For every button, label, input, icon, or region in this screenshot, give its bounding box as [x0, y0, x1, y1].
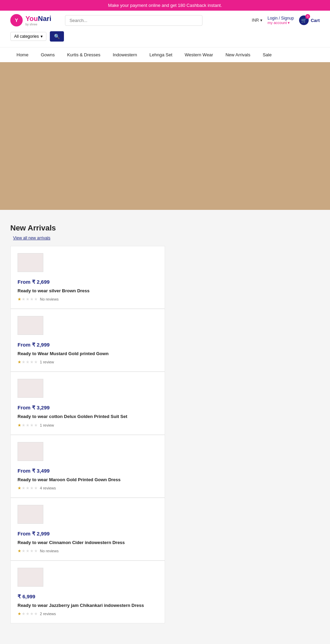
star-1-2: ★ — [26, 360, 30, 364]
empty-col-0 — [165, 246, 320, 309]
nav-item-western-wear[interactable]: Western Wear — [178, 47, 219, 62]
star-3-0: ★ — [18, 486, 21, 490]
cart-icon-wrapper: 🛒 0 — [299, 15, 309, 25]
product-rating-4: ★★★★★No reviews — [18, 549, 158, 553]
product-card-5[interactable]: ₹ 6,999Ready to wear Jazzberry jam Chika… — [10, 561, 165, 623]
login-signup-link[interactable]: Login / Signup — [267, 16, 294, 21]
nav-link-home[interactable]: Home — [10, 47, 35, 62]
nav-link-gowns[interactable]: Gowns — [35, 47, 61, 62]
empty-col-4 — [165, 498, 320, 561]
star-1-0: ★ — [18, 360, 21, 364]
stars-5: ★★★★★ — [18, 611, 38, 616]
product-name-5: Ready to wear Jazzberry jam Chikankari i… — [18, 602, 158, 609]
product-rating-1: ★★★★★1 review — [18, 360, 158, 364]
star-4-3: ★ — [30, 549, 34, 553]
product-price-2: From ₹ 3,299 — [18, 405, 158, 411]
star-4-1: ★ — [22, 549, 25, 553]
star-0-0: ★ — [18, 297, 21, 302]
product-image-2 — [18, 379, 43, 398]
nav-item-sale[interactable]: Sale — [256, 47, 278, 62]
view-all-link[interactable]: View all new arrivals — [10, 236, 51, 240]
empty-col-5 — [165, 561, 320, 623]
product-price-0: From ₹ 2,699 — [18, 279, 158, 285]
product-card-4[interactable]: From ₹ 2,999Ready to wear Cinnamon Cider… — [10, 498, 165, 561]
logo-text: YouNari by shree — [25, 15, 51, 26]
nav-item-new-arrivals[interactable]: New Arrivals — [219, 47, 256, 62]
product-rating-3: ★★★★★4 reviews — [18, 486, 158, 490]
star-0-3: ★ — [30, 297, 34, 302]
nav-item-lehnga-set[interactable]: Lehnga Set — [143, 47, 179, 62]
stars-3: ★★★★★ — [18, 486, 38, 490]
review-count-1: 1 review — [40, 360, 54, 364]
product-name-4: Ready to wear Cinnamon Cider indowestern… — [18, 540, 158, 546]
star-3-3: ★ — [30, 486, 34, 490]
account-chevron-icon: ▾ — [288, 21, 290, 25]
nav-item-kurtis-&-dresses[interactable]: Kurtis & Dresses — [61, 47, 107, 62]
star-1-3: ★ — [30, 360, 34, 364]
product-card-3[interactable]: From ₹ 3,499Ready to wear Maroon Gold Pr… — [10, 435, 165, 498]
star-0-4: ★ — [34, 297, 38, 302]
category-label: All categories — [14, 34, 39, 39]
nav-link-lehnga-set[interactable]: Lehnga Set — [143, 47, 179, 62]
star-5-4: ★ — [34, 611, 38, 616]
currency-selector[interactable]: INR ▾ — [252, 18, 263, 23]
star-5-2: ★ — [26, 611, 30, 616]
logo-tagline: by shree — [25, 23, 51, 26]
review-count-3: 4 reviews — [40, 486, 56, 490]
star-1-4: ★ — [34, 360, 38, 364]
hero-banner — [0, 62, 330, 210]
product-card-0[interactable]: From ₹ 2,699Ready to wear silver Brown D… — [10, 246, 165, 309]
nav-bar: HomeGownsKurtis & DressesIndowesternLehn… — [0, 47, 330, 62]
star-2-0: ★ — [18, 423, 21, 428]
announcement-bar: Make your payment online and get 180 Cas… — [0, 0, 330, 11]
nav-link-western-wear[interactable]: Western Wear — [178, 47, 219, 62]
nav-item-gowns[interactable]: Gowns — [35, 47, 61, 62]
nav-link-sale[interactable]: Sale — [256, 47, 278, 62]
header: Y YouNari by shree INR ▾ Login / Signup … — [0, 11, 330, 47]
category-dropdown[interactable]: All categories ▾ — [10, 32, 46, 41]
categories-row: All categories ▾ 🔍 — [10, 29, 320, 44]
star-5-3: ★ — [30, 611, 34, 616]
product-name-1: Ready to Wear Mustard Gold printed Gown — [18, 351, 158, 357]
search-button[interactable]: 🔍 — [50, 31, 64, 42]
star-5-1: ★ — [22, 611, 25, 616]
nav-link-kurtis-&-dresses[interactable]: Kurtis & Dresses — [61, 47, 107, 62]
star-3-1: ★ — [22, 486, 25, 490]
stars-1: ★★★★★ — [18, 360, 38, 364]
review-count-5: 2 reviews — [40, 612, 56, 616]
star-1-1: ★ — [22, 360, 25, 364]
section-title: New Arrivals — [10, 224, 56, 232]
my-account-link[interactable]: my account ▾ — [267, 21, 289, 25]
logo[interactable]: Y YouNari by shree — [10, 14, 51, 26]
section-header: New Arrivals — [10, 224, 320, 233]
product-rating-0: ★★★★★No reviews — [18, 297, 158, 302]
account-area: Login / Signup my account ▾ — [267, 16, 294, 25]
product-rating-2: ★★★★★1 review — [18, 423, 158, 428]
empty-col-2 — [165, 372, 320, 434]
currency-chevron-icon: ▾ — [260, 18, 262, 23]
star-4-4: ★ — [34, 549, 38, 553]
logo-name: YouNari — [25, 15, 51, 23]
product-image-3 — [18, 442, 43, 461]
star-2-3: ★ — [30, 423, 34, 428]
star-0-1: ★ — [22, 297, 25, 302]
products-grid: From ₹ 2,699Ready to wear silver Brown D… — [10, 246, 320, 623]
product-rating-5: ★★★★★2 reviews — [18, 611, 158, 616]
product-card-2[interactable]: From ₹ 3,299Ready to wear cotton Delux G… — [10, 372, 165, 434]
cart-area[interactable]: 🛒 0 Cart — [299, 15, 320, 25]
star-3-2: ★ — [26, 486, 30, 490]
nav-link-new-arrivals[interactable]: New Arrivals — [219, 47, 256, 62]
search-input[interactable] — [65, 15, 202, 26]
account-label-text: my account — [267, 21, 287, 25]
logo-icon: Y — [10, 14, 23, 26]
empty-col-3 — [165, 435, 320, 498]
product-card-1[interactable]: From ₹ 2,999Ready to Wear Mustard Gold p… — [10, 309, 165, 372]
product-price-1: From ₹ 2,999 — [18, 342, 158, 348]
new-arrivals-section: New Arrivals View all new arrivals From … — [0, 210, 330, 634]
product-image-4 — [18, 505, 43, 524]
stars-2: ★★★★★ — [18, 423, 38, 428]
nav-link-indowestern[interactable]: Indowestern — [107, 47, 143, 62]
nav-item-indowestern[interactable]: Indowestern — [107, 47, 143, 62]
nav-item-home[interactable]: Home — [10, 47, 35, 62]
product-name-0: Ready to wear silver Brown Dress — [18, 288, 158, 294]
